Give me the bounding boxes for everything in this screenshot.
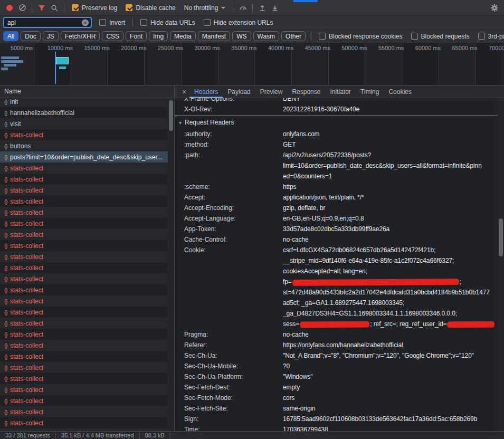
tab-preview[interactable]: Preview [255, 85, 288, 98]
type-filter-ws[interactable]: WS [232, 31, 251, 41]
name-column-header[interactable]: Name [0, 85, 174, 98]
clear-filter-icon[interactable]: × [82, 19, 89, 26]
filter-checkbox-3rd-party-requests[interactable]: 3rd-party requests [478, 33, 504, 40]
request-row[interactable]: {}stats-collect [0, 395, 168, 406]
request-row[interactable]: {}stats-collect [0, 229, 168, 240]
overview-tick-label: 60000 ms [415, 45, 441, 51]
import-har-button[interactable] [256, 2, 269, 14]
request-name: stats-collect [10, 187, 43, 194]
request-row[interactable]: {}stats-collect [0, 384, 168, 395]
type-filter-js[interactable]: JS [43, 31, 59, 41]
request-row[interactable]: {}stats-collect [0, 163, 168, 174]
request-row[interactable]: {}stats-collect [0, 373, 168, 384]
header-value: no-cache [283, 234, 498, 245]
tab-cookies[interactable]: Cookies [384, 85, 416, 98]
type-filter-manifest[interactable]: Manifest [198, 31, 230, 41]
preserve-log-checkbox[interactable]: Preserve log [72, 4, 117, 12]
type-filter-doc[interactable]: Doc [21, 31, 40, 41]
request-headers-section[interactable]: ▾ Request Headers [175, 116, 498, 129]
request-row[interactable]: {}stats-collect [0, 318, 168, 329]
header-name: Pragma: [184, 329, 283, 340]
throttling-select[interactable]: No throttling [184, 4, 226, 12]
type-filter-img[interactable]: Img [149, 31, 168, 41]
request-row[interactable]: {}stats-collect [0, 218, 168, 229]
request-row[interactable]: {}stats-collect [0, 284, 168, 295]
search-button[interactable] [48, 2, 61, 14]
header-text: 16785:5aad9602cf110608b03133de563642fac1… [283, 415, 477, 423]
request-row[interactable]: {}stats-collect [0, 406, 168, 417]
request-row[interactable]: {}stats-collect [0, 251, 168, 262]
tab-payload[interactable]: Payload [223, 85, 255, 98]
request-row[interactable]: {}buttons [0, 140, 168, 151]
request-row[interactable]: {}stats-collect [0, 362, 168, 373]
record-button[interactable] [3, 2, 16, 14]
header-text: /api2/v2/users/20572336/posts? [283, 151, 371, 159]
tab-response[interactable]: Response [287, 85, 325, 98]
tab-headers[interactable]: Headers [189, 85, 223, 98]
settings-button[interactable] [488, 2, 501, 14]
tab-timing[interactable]: Timing [356, 85, 384, 98]
close-panel-icon[interactable]: × [179, 88, 189, 96]
request-row[interactable]: {}stats-collect [0, 351, 168, 362]
type-filter-css[interactable]: CSS [102, 31, 123, 41]
type-checkboxes: Blocked response cookiesBlocked requests… [315, 33, 504, 40]
filter-button[interactable] [35, 2, 48, 14]
request-row[interactable]: {}stats-collect [0, 340, 168, 351]
network-filter-input[interactable] [3, 17, 92, 28]
export-icon [271, 4, 279, 12]
request-row[interactable]: {}stats-collect [0, 196, 168, 207]
network-conditions-button[interactable] [236, 2, 249, 14]
request-name: stats-collect [10, 176, 43, 183]
request-row[interactable]: {}stats-collect [0, 129, 168, 140]
type-filter-media[interactable]: Media [170, 31, 196, 41]
disable-cache-checkbox[interactable]: Disable cache [126, 4, 175, 12]
details-panel: × HeadersPayloadPreviewResponseInitiator… [174, 85, 504, 431]
request-row[interactable]: {}stats-collect [0, 307, 168, 318]
hide-extension-urls-checkbox[interactable]: Hide extension URLs [204, 19, 273, 26]
request-name: stats-collect [10, 264, 43, 272]
clear-button[interactable] [16, 2, 28, 14]
type-filter-all[interactable]: All [3, 31, 18, 41]
request-row[interactable]: {}stats-collect [0, 174, 168, 185]
header-value: https://onlyfans.com/hannahelizabethoffi… [283, 340, 498, 350]
overview-activity-bar [1, 68, 8, 70]
request-row[interactable]: {}stats-collect [0, 262, 168, 273]
request-row[interactable]: {}stats-collect [0, 185, 168, 196]
request-row[interactable]: {}stats-collect [0, 273, 168, 284]
scrollbar-thumb[interactable] [169, 100, 173, 131]
type-filter-font[interactable]: Font [126, 31, 147, 41]
request-name: stats-collect [10, 386, 43, 394]
request-row[interactable]: {}visit [0, 118, 168, 129]
overview-strip[interactable]: 5000 ms10000 ms15000 ms20000 ms25000 ms3… [0, 43, 504, 85]
type-filter-fetchxhr[interactable]: Fetch/XHR [61, 31, 100, 41]
request-row[interactable]: {}hannahelizabethofficial [0, 107, 168, 118]
filter-funnel-icon [38, 4, 45, 12]
script-icon: {} [4, 331, 7, 338]
hide-data-urls-checkbox[interactable]: Hide data URLs [140, 19, 195, 26]
request-row[interactable]: {}stats-collect [0, 417, 168, 428]
request-row[interactable]: {}stats-collect [0, 207, 168, 218]
script-icon: {} [4, 209, 7, 216]
header-row: Accept-Language:en-GB,en-US;q=0.9,en;q=0… [175, 213, 498, 224]
request-row[interactable]: {}init [0, 98, 168, 107]
export-har-button[interactable] [269, 2, 281, 14]
filter-checkbox-blocked-requests[interactable]: Blocked requests [411, 33, 470, 40]
tab-initiator[interactable]: Initiator [325, 85, 355, 98]
request-row[interactable]: {}stats-collect [0, 329, 168, 340]
scrollbar-thumb[interactable] [499, 218, 503, 256]
invert-checkbox[interactable]: Invert [99, 19, 125, 26]
header-value-line: cors [283, 393, 498, 403]
request-row[interactable]: {}posts?limit=10&order=publish_date_desc… [0, 151, 168, 163]
transferred-size: 35.1 kB / 4.4 MB transferred [56, 432, 140, 439]
type-filter-wasm[interactable]: Wasm [253, 31, 280, 41]
header-value-line: fp=; [283, 276, 498, 287]
details-scrollbar[interactable] [498, 98, 504, 431]
filter-checkbox-blocked-response-cookies[interactable]: Blocked response cookies [319, 33, 402, 40]
detail-tabs: HeadersPayloadPreviewResponseInitiatorTi… [189, 85, 416, 98]
type-filter-other[interactable]: Other [281, 31, 306, 41]
header-text: "Not_A Brand";v="8", "Chromium";v="120",… [283, 352, 474, 359]
request-list-scrollbar[interactable] [168, 98, 174, 431]
request-row[interactable]: {}stats-collect [0, 295, 168, 307]
request-name: visit [10, 120, 21, 128]
request-row[interactable]: {}stats-collect [0, 240, 168, 251]
